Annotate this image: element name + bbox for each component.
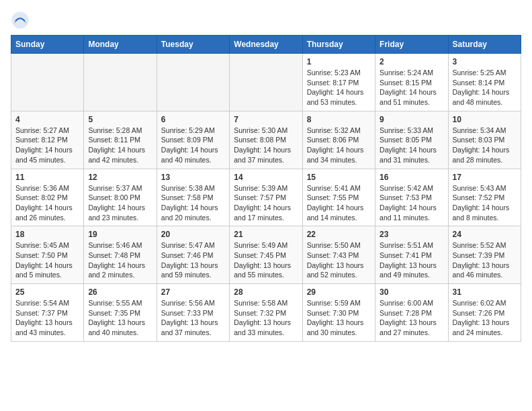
calendar-cell [157,54,229,111]
day-info: Sunrise: 6:02 AM Sunset: 7:26 PM Dayligh… [453,298,517,338]
day-info: Sunrise: 5:38 AM Sunset: 7:58 PM Dayligh… [161,183,225,223]
weekday-header: Sunday [11,36,84,54]
calendar-cell: 29 Sunrise: 5:59 AM Sunset: 7:30 PM Dayl… [302,284,375,342]
day-number: 15 [307,173,371,182]
calendar-cell: 25 Sunrise: 5:54 AM Sunset: 7:37 PM Dayl… [11,284,84,342]
day-info: Sunrise: 5:51 AM Sunset: 7:41 PM Dayligh… [380,240,443,280]
day-info: Sunrise: 5:45 AM Sunset: 7:50 PM Dayligh… [15,240,79,280]
calendar-cell: 8 Sunrise: 5:32 AM Sunset: 8:06 PM Dayli… [302,111,375,169]
weekday-header: Thursday [302,36,375,54]
day-info: Sunrise: 5:46 AM Sunset: 7:48 PM Dayligh… [88,240,152,280]
day-number: 23 [380,230,443,239]
day-number: 3 [453,57,517,66]
calendar-cell: 28 Sunrise: 5:58 AM Sunset: 7:32 PM Dayl… [230,284,302,342]
day-number: 27 [161,287,225,297]
weekday-header: Tuesday [157,36,229,54]
day-number: 6 [161,115,225,124]
calendar-cell: 2 Sunrise: 5:24 AM Sunset: 8:15 PM Dayli… [375,54,448,111]
day-info: Sunrise: 5:47 AM Sunset: 7:46 PM Dayligh… [161,240,225,280]
day-number: 13 [161,173,225,182]
day-info: Sunrise: 5:34 AM Sunset: 8:03 PM Dayligh… [453,126,517,165]
day-number: 19 [88,230,152,239]
day-info: Sunrise: 6:00 AM Sunset: 7:28 PM Dayligh… [380,298,443,338]
day-info: Sunrise: 5:43 AM Sunset: 7:52 PM Dayligh… [453,183,517,223]
calendar-cell: 22 Sunrise: 5:50 AM Sunset: 7:43 PM Dayl… [302,226,375,284]
weekday-header: Saturday [448,36,521,54]
day-number: 4 [15,115,79,124]
day-number: 26 [88,287,152,297]
day-info: Sunrise: 5:52 AM Sunset: 7:39 PM Dayligh… [453,240,517,280]
calendar-week-row: 4 Sunrise: 5:27 AM Sunset: 8:12 PM Dayli… [11,111,521,169]
day-number: 10 [453,115,517,124]
calendar-cell: 15 Sunrise: 5:41 AM Sunset: 7:55 PM Dayl… [302,169,375,226]
calendar-cell: 27 Sunrise: 5:56 AM Sunset: 7:33 PM Dayl… [157,284,229,342]
day-info: Sunrise: 5:28 AM Sunset: 8:11 PM Dayligh… [88,126,152,165]
day-number: 24 [453,230,517,239]
day-number: 31 [453,287,517,297]
day-number: 17 [453,173,517,182]
day-number: 8 [307,115,371,124]
day-info: Sunrise: 5:59 AM Sunset: 7:30 PM Dayligh… [307,298,371,338]
calendar-week-row: 11 Sunrise: 5:36 AM Sunset: 8:02 PM Dayl… [11,169,521,226]
logo [11,11,32,30]
day-number: 1 [307,57,371,66]
calendar-cell: 11 Sunrise: 5:36 AM Sunset: 8:02 PM Dayl… [11,169,84,226]
day-number: 7 [234,115,298,124]
calendar-cell: 1 Sunrise: 5:23 AM Sunset: 8:17 PM Dayli… [302,54,375,111]
calendar-cell: 16 Sunrise: 5:42 AM Sunset: 7:53 PM Dayl… [375,169,448,226]
calendar-week-row: 1 Sunrise: 5:23 AM Sunset: 8:17 PM Dayli… [11,54,521,111]
calendar-cell: 20 Sunrise: 5:47 AM Sunset: 7:46 PM Dayl… [157,226,229,284]
day-info: Sunrise: 5:30 AM Sunset: 8:08 PM Dayligh… [234,126,298,165]
svg-point-0 [11,11,28,28]
calendar-cell: 21 Sunrise: 5:49 AM Sunset: 7:45 PM Dayl… [230,226,302,284]
day-info: Sunrise: 5:39 AM Sunset: 7:57 PM Dayligh… [234,183,298,223]
day-number: 5 [88,115,152,124]
day-number: 29 [307,287,371,297]
day-number: 9 [380,115,443,124]
day-number: 25 [15,287,79,297]
day-info: Sunrise: 5:56 AM Sunset: 7:33 PM Dayligh… [161,298,225,338]
weekday-header: Friday [375,36,448,54]
calendar-week-row: 18 Sunrise: 5:45 AM Sunset: 7:50 PM Dayl… [11,226,521,284]
day-number: 28 [234,287,298,297]
day-info: Sunrise: 5:41 AM Sunset: 7:55 PM Dayligh… [307,183,371,223]
calendar-cell: 4 Sunrise: 5:27 AM Sunset: 8:12 PM Dayli… [11,111,84,169]
day-number: 22 [307,230,371,239]
weekday-header: Monday [84,36,157,54]
calendar-cell [230,54,302,111]
calendar-cell: 9 Sunrise: 5:33 AM Sunset: 8:05 PM Dayli… [375,111,448,169]
calendar-cell [84,54,157,111]
day-number: 12 [88,173,152,182]
weekday-header: Wednesday [230,36,302,54]
calendar-cell: 5 Sunrise: 5:28 AM Sunset: 8:11 PM Dayli… [84,111,157,169]
day-info: Sunrise: 5:33 AM Sunset: 8:05 PM Dayligh… [380,126,443,165]
calendar-cell: 10 Sunrise: 5:34 AM Sunset: 8:03 PM Dayl… [448,111,521,169]
calendar-cell: 30 Sunrise: 6:00 AM Sunset: 7:28 PM Dayl… [375,284,448,342]
day-info: Sunrise: 5:23 AM Sunset: 8:17 PM Dayligh… [307,68,371,107]
calendar-cell: 17 Sunrise: 5:43 AM Sunset: 7:52 PM Dayl… [448,169,521,226]
day-number: 2 [380,57,443,66]
day-info: Sunrise: 5:25 AM Sunset: 8:14 PM Dayligh… [453,68,517,107]
day-number: 30 [380,287,443,297]
day-number: 21 [234,230,298,239]
day-number: 18 [15,230,79,239]
calendar-cell: 24 Sunrise: 5:52 AM Sunset: 7:39 PM Dayl… [448,226,521,284]
day-number: 16 [380,173,443,182]
calendar-cell: 19 Sunrise: 5:46 AM Sunset: 7:48 PM Dayl… [84,226,157,284]
day-number: 11 [15,173,79,182]
calendar-cell: 3 Sunrise: 5:25 AM Sunset: 8:14 PM Dayli… [448,54,521,111]
day-number: 14 [234,173,298,182]
day-number: 20 [161,230,225,239]
day-info: Sunrise: 5:32 AM Sunset: 8:06 PM Dayligh… [307,126,371,165]
day-info: Sunrise: 5:50 AM Sunset: 7:43 PM Dayligh… [307,240,371,280]
calendar-cell: 23 Sunrise: 5:51 AM Sunset: 7:41 PM Dayl… [375,226,448,284]
calendar-cell: 31 Sunrise: 6:02 AM Sunset: 7:26 PM Dayl… [448,284,521,342]
logo-icon [11,11,30,30]
page-header [11,11,521,30]
day-info: Sunrise: 5:49 AM Sunset: 7:45 PM Dayligh… [234,240,298,280]
day-info: Sunrise: 5:55 AM Sunset: 7:35 PM Dayligh… [88,298,152,338]
calendar-week-row: 25 Sunrise: 5:54 AM Sunset: 7:37 PM Dayl… [11,284,521,342]
day-info: Sunrise: 5:29 AM Sunset: 8:09 PM Dayligh… [161,126,225,165]
calendar-cell: 7 Sunrise: 5:30 AM Sunset: 8:08 PM Dayli… [230,111,302,169]
calendar-cell: 13 Sunrise: 5:38 AM Sunset: 7:58 PM Dayl… [157,169,229,226]
